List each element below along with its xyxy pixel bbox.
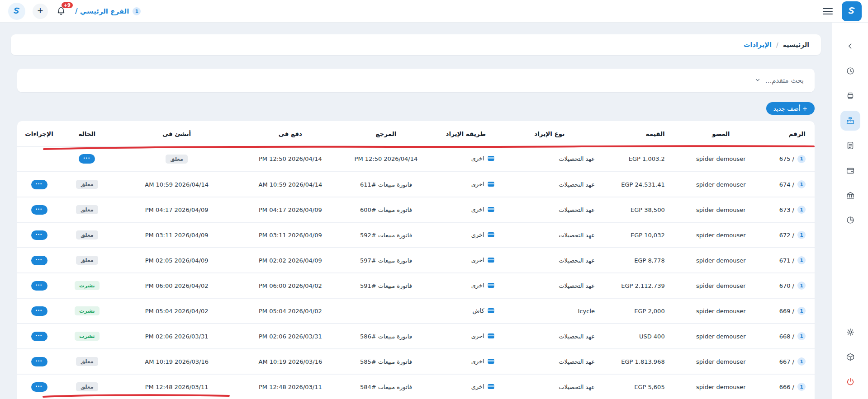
cell-text: USD 400 — [639, 333, 665, 340]
printer-icon — [845, 91, 855, 101]
row-actions-button[interactable]: ••• — [31, 180, 47, 189]
breadcrumb-home[interactable]: الرئيسية — [783, 41, 809, 48]
cell-text: PM 06:00 2026/04/02 — [145, 282, 209, 289]
status-badge: نشرت — [75, 281, 100, 290]
sidebar-item-history[interactable] — [840, 61, 860, 81]
row-number: 674 / — [779, 181, 794, 188]
row-actions-button[interactable]: ••• — [31, 357, 47, 366]
gear-icon — [845, 327, 855, 337]
cell-text: PM 12:48 2026/03/11 — [145, 384, 209, 390]
advanced-search-label: بحث متقدم... — [765, 76, 804, 84]
row-actions-button[interactable]: ••• — [79, 154, 95, 164]
sidebar-item-wallet[interactable] — [840, 160, 860, 180]
cell-text: EGP 24,531.41 — [621, 181, 664, 188]
cell-paid-at: PM 12:48 2026/03/11 — [241, 374, 340, 399]
branch-badge: 1 — [797, 383, 806, 391]
cash-register-icon — [845, 116, 855, 126]
cell-text: spider demouser — [696, 308, 746, 315]
cell-text: PM 12:48 2026/03/11 — [259, 384, 322, 390]
sidebar-item-settings[interactable] — [840, 322, 860, 342]
brand-logo[interactable] — [842, 1, 862, 21]
cell-text: فاتورة مبيعات #591 — [360, 282, 412, 289]
cell-paid-at: PM 06:00 2026/04/02 — [241, 273, 340, 298]
payment-method-label: اخرى — [471, 231, 484, 238]
cell-text: عهد التحصيلات — [559, 181, 595, 188]
row-actions-button[interactable]: ••• — [31, 205, 47, 215]
breadcrumb: الرئيسية / الإيرادات — [11, 34, 821, 55]
cell-value: EGP 2,112.739 — [599, 273, 671, 298]
status-badge: معلق — [76, 205, 98, 214]
sidebar-item-printer[interactable] — [840, 86, 860, 106]
row-number: 667 / — [779, 358, 794, 365]
cell-paid-at: AM 10:59 2026/04/14 — [241, 172, 340, 197]
sidebar-collapse-button[interactable] — [840, 36, 860, 56]
cell-reference: فاتورة مبيعات #591 — [340, 273, 432, 298]
cell-text: PM 04:17 2026/04/09 — [259, 207, 322, 213]
cell-text: عهد التحصيلات — [559, 358, 595, 365]
cell-revenue-type: عهد التحصيلات — [500, 273, 599, 298]
sidebar-item-reports[interactable] — [840, 210, 860, 230]
app-logo[interactable] — [8, 3, 25, 20]
cell-revenue-type: عهد التحصيلات — [500, 248, 599, 273]
invoice-icon — [845, 141, 855, 150]
cell-member: spider demouser — [671, 324, 771, 349]
cell-paid-at: PM 02:06 2026/03/31 — [241, 324, 340, 349]
cell-text: عهد التحصيلات — [559, 207, 595, 213]
cell-reference: فاتورة مبيعات #585 — [340, 349, 432, 374]
row-actions-button[interactable]: ••• — [31, 332, 47, 341]
topbar-left-group: + +9 1 الفرع الرئيسي / — [8, 0, 141, 23]
cell-value: EGP 24,531.41 — [599, 172, 671, 197]
payment-wallet-icon — [488, 257, 494, 263]
cell-member: spider demouser — [671, 197, 771, 222]
cell-payment-method: اخرى — [432, 324, 500, 349]
add-new-button[interactable]: + أضف جديد — [766, 102, 815, 115]
col-header-status: الحالة — [61, 121, 113, 146]
cell-actions: ••• — [17, 222, 61, 248]
power-icon — [845, 377, 855, 387]
table-row: 668 /1spider demouserUSD 400عهد التحصيلا… — [17, 324, 815, 349]
cell-actions: ••• — [17, 172, 61, 197]
cell-text: فاتورة مبيعات #611 — [360, 181, 412, 188]
branch-selector[interactable]: 1 الفرع الرئيسي / — [75, 7, 141, 15]
status-badge: نشرت — [75, 306, 100, 315]
row-actions-button[interactable]: ••• — [31, 281, 47, 291]
sidebar-item-packages[interactable] — [840, 347, 860, 367]
advanced-search[interactable]: بحث متقدم... — [17, 69, 815, 92]
cell-text: عهد التحصيلات — [559, 333, 595, 340]
payment-wallet-icon — [488, 181, 494, 187]
cell-member: spider demouser — [671, 298, 771, 324]
cell-text: عهد التحصيلات — [559, 384, 595, 390]
cell-payment-method: اخرى — [432, 248, 500, 273]
row-actions-button[interactable]: ••• — [31, 256, 47, 265]
branch-badge: 1 — [797, 307, 806, 315]
row-actions-button[interactable]: ••• — [31, 230, 47, 240]
logout-button[interactable] — [840, 372, 860, 392]
payment-method-label: اخرى — [471, 282, 484, 289]
cell-number: 671 /1 — [771, 248, 815, 273]
row-actions-button[interactable]: ••• — [31, 382, 47, 392]
cell-created-at: PM 04:17 2026/04/09 — [113, 197, 241, 222]
cell-reference: فاتورة مبيعات #584 — [340, 374, 432, 399]
cell-text: spider demouser — [696, 232, 746, 239]
breadcrumb-separator: / — [776, 41, 778, 48]
cell-number: 669 /1 — [771, 298, 815, 324]
col-header-reference: المرجع — [340, 121, 432, 146]
cell-status: معلق — [61, 172, 113, 197]
payment-method-label: اخرى — [471, 358, 484, 365]
cell-text: PM 05:04 2026/04/02 — [145, 308, 209, 315]
cell-payment-method: اخرى — [432, 146, 500, 172]
sidebar-item-revenues[interactable] — [840, 111, 860, 131]
notification-count-badge: +9 — [62, 2, 73, 8]
status-badge: معلق — [76, 256, 98, 265]
sidebar-item-invoices[interactable] — [840, 136, 860, 155]
cell-actions: ••• — [17, 349, 61, 374]
add-quick-button[interactable]: + — [33, 4, 48, 19]
cell-text: فاتورة مبيعات #585 — [360, 358, 412, 365]
row-actions-button[interactable]: ••• — [31, 306, 47, 316]
row-number: 669 / — [779, 308, 794, 315]
sidebar-item-bank[interactable] — [840, 185, 860, 205]
notifications-button[interactable]: +9 — [55, 5, 68, 18]
row-number: 671 / — [779, 257, 794, 264]
payment-method-label: كاش — [473, 307, 484, 314]
menu-toggle-button[interactable] — [823, 8, 833, 14]
